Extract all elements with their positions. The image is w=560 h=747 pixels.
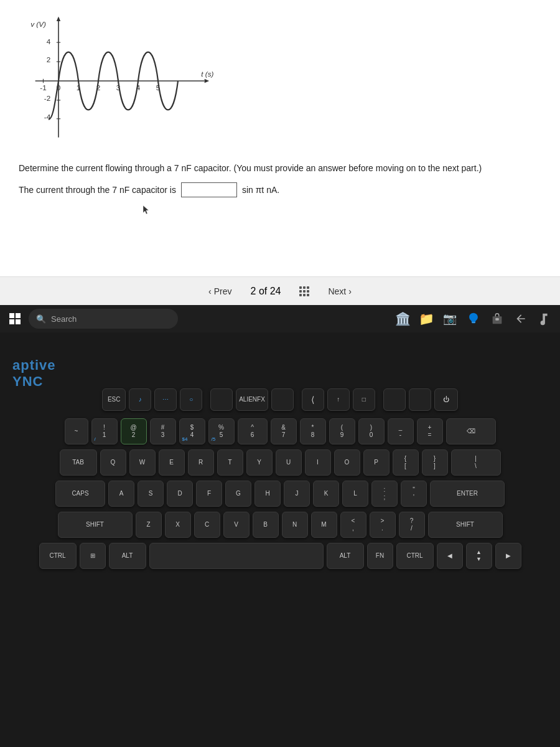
- key-arrow-left[interactable]: ◀: [437, 543, 463, 569]
- key-q[interactable]: Q: [100, 449, 126, 476]
- windows-start-button[interactable]: [5, 309, 25, 329]
- key-f11[interactable]: [409, 388, 431, 411]
- prev-label: Prev: [214, 286, 232, 296]
- key-j[interactable]: J: [284, 481, 310, 507]
- key-semicolon[interactable]: :;: [371, 481, 398, 507]
- key-esc[interactable]: ESC: [102, 388, 126, 411]
- store-icon[interactable]: [487, 308, 508, 329]
- key-caps[interactable]: CAPS: [55, 481, 105, 507]
- content-area: 4 2 -2 -4 -1 0 1 2 3 4 5 v (V) t (s): [0, 0, 560, 305]
- answer-prefix: The current through the 7 nF capacitor i…: [19, 185, 176, 195]
- key-f8[interactable]: ↑: [327, 388, 350, 411]
- prev-button[interactable]: ‹ Prev: [208, 286, 231, 296]
- key-f12[interactable]: ⏻: [434, 388, 458, 411]
- next-button[interactable]: Next ›: [328, 286, 351, 296]
- taskbar-search-bar[interactable]: 🔍 Search: [29, 309, 178, 329]
- key-f9[interactable]: □: [353, 388, 375, 411]
- key-5[interactable]: %5/5: [208, 418, 235, 444]
- svg-marker-2: [205, 79, 209, 83]
- key-win[interactable]: ⊞: [80, 543, 106, 569]
- edge-browser-icon[interactable]: [463, 308, 484, 329]
- question-body: Determine the current flowing through a …: [19, 163, 482, 173]
- key-r[interactable]: R: [188, 449, 214, 476]
- key-g[interactable]: G: [225, 481, 251, 507]
- key-b[interactable]: B: [253, 512, 279, 538]
- key-u[interactable]: U: [276, 449, 302, 476]
- key-p[interactable]: P: [363, 449, 390, 476]
- key-i[interactable]: I: [305, 449, 331, 476]
- music-icon[interactable]: [534, 308, 555, 329]
- prev-chevron-icon: ‹: [208, 286, 212, 296]
- svg-text:-2: -2: [44, 94, 50, 102]
- key-f5[interactable]: ALIENFX: [236, 388, 268, 411]
- key-bracket-close[interactable]: }]: [422, 449, 448, 476]
- key-bracket-open[interactable]: {[: [393, 449, 419, 476]
- key-3[interactable]: #3: [150, 418, 176, 444]
- key-4[interactable]: $4$4: [179, 418, 205, 444]
- key-alt-left[interactable]: ALT: [109, 543, 146, 569]
- grid-view-icon[interactable]: [299, 286, 309, 296]
- key-fn[interactable]: FN: [367, 543, 393, 569]
- key-arrow-updown[interactable]: ▲ ▼: [466, 543, 492, 569]
- key-k[interactable]: K: [313, 481, 339, 507]
- key-8[interactable]: *8: [300, 418, 326, 444]
- key-o[interactable]: O: [334, 449, 360, 476]
- key-tab[interactable]: TAB: [60, 449, 97, 476]
- key-z[interactable]: Z: [136, 512, 162, 538]
- svg-rect-28: [495, 318, 499, 321]
- taskbar-icons: 🏛️ 📁 📷: [392, 308, 555, 329]
- answer-input[interactable]: [181, 182, 237, 197]
- key-v[interactable]: V: [223, 512, 250, 538]
- key-x[interactable]: X: [165, 512, 191, 538]
- key-tilde[interactable]: ~: [65, 418, 88, 444]
- back-arrow-icon[interactable]: [510, 308, 531, 329]
- key-f1[interactable]: ♪: [129, 388, 151, 411]
- key-m[interactable]: M: [311, 512, 337, 538]
- key-a[interactable]: A: [108, 481, 134, 507]
- key-backslash[interactable]: |\: [451, 449, 501, 476]
- key-1[interactable]: !1/: [91, 418, 118, 444]
- key-t[interactable]: T: [217, 449, 243, 476]
- key-w[interactable]: W: [129, 449, 156, 476]
- key-slash[interactable]: ?/: [399, 512, 425, 538]
- key-7[interactable]: &7: [271, 418, 297, 444]
- key-period[interactable]: >.: [370, 512, 396, 538]
- file-explorer-icon[interactable]: 📁: [416, 308, 437, 329]
- key-f4[interactable]: [210, 388, 233, 411]
- key-f[interactable]: F: [196, 481, 222, 507]
- key-s[interactable]: S: [138, 481, 164, 507]
- key-d[interactable]: D: [167, 481, 193, 507]
- key-ctrl-left[interactable]: CTRL: [39, 543, 77, 569]
- key-y[interactable]: Y: [246, 449, 273, 476]
- key-f2[interactable]: ⋯: [154, 388, 177, 411]
- graph-container: 4 2 -2 -4 -1 0 1 2 3 4 5 v (V) t (s): [19, 12, 218, 149]
- key-2[interactable]: @2: [121, 418, 147, 444]
- key-space[interactable]: [149, 543, 324, 569]
- key-shift-right[interactable]: SHIFT: [428, 512, 503, 538]
- key-9[interactable]: (9: [329, 418, 355, 444]
- key-f6[interactable]: [271, 388, 294, 411]
- key-arrow-right[interactable]: ▶: [495, 543, 521, 569]
- key-l[interactable]: L: [342, 481, 368, 507]
- key-enter[interactable]: ENTER: [430, 481, 505, 507]
- key-backspace[interactable]: ⌫: [446, 418, 496, 444]
- key-h[interactable]: H: [254, 481, 281, 507]
- number-key-row: ~ !1/ @2 #3 $4$4 %5/5 ^6 &7 *8 (9 )0 _- …: [65, 418, 496, 444]
- key-c[interactable]: C: [194, 512, 220, 538]
- key-ctrl-right[interactable]: CTRL: [396, 543, 434, 569]
- key-minus[interactable]: _-: [388, 418, 414, 444]
- key-comma[interactable]: <,: [340, 512, 366, 538]
- key-f3[interactable]: ○: [180, 388, 202, 411]
- key-alt-right[interactable]: ALT: [327, 543, 364, 569]
- key-0[interactable]: )0: [358, 418, 385, 444]
- key-shift-left[interactable]: SHIFT: [58, 512, 133, 538]
- key-plus[interactable]: +=: [417, 418, 443, 444]
- monument-icon[interactable]: 🏛️: [392, 308, 413, 329]
- key-quote[interactable]: "': [401, 481, 427, 507]
- key-e[interactable]: E: [159, 449, 185, 476]
- key-f10[interactable]: [383, 388, 406, 411]
- camera-icon[interactable]: 📷: [439, 308, 460, 329]
- key-6[interactable]: ^6: [238, 418, 268, 444]
- key-n[interactable]: N: [282, 512, 308, 538]
- key-f7[interactable]: ⟨: [302, 388, 324, 411]
